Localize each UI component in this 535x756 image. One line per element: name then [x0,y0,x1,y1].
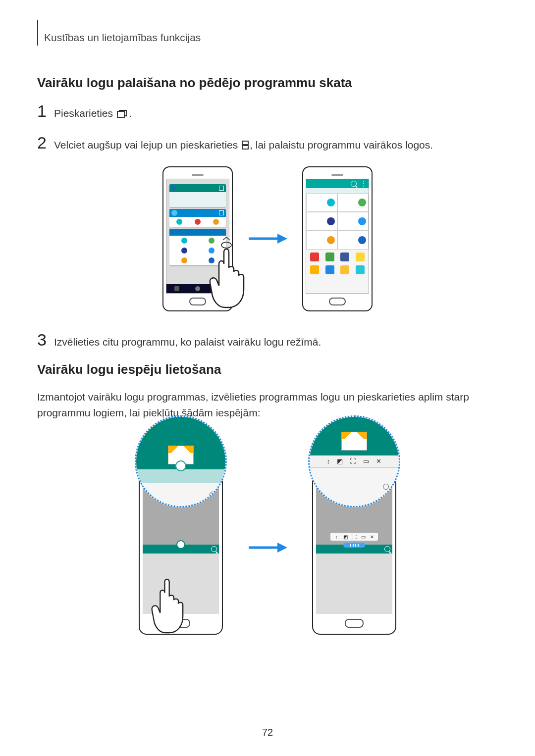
text-run: . [129,107,132,119]
drag-content-icon: ◩ [337,457,343,465]
section-heading-2: Vairāku logu iespēju lietošana [37,362,498,377]
page-number: 72 [0,727,535,738]
svg-marker-5 [277,234,287,244]
step-2: 2 Velciet augšup vai lejup un pieskariet… [37,134,498,153]
swap-icon: ↕ [333,534,339,540]
drag-content-icon: ◩ [342,534,348,540]
divider-handle-icon [176,540,185,549]
zoom-callout [135,415,227,507]
breadcrumb: Kustības un lietojamības funkcijas [44,32,201,44]
step-number: 2 [37,134,54,151]
step-text: Velciet augšup vai lejup un pieskarietie… [54,138,433,153]
figure-split-handle-toolbar: ↕ ◩ ⛶ ▭ ✕ ↕ ◩ ⛶ ▭ ✕ [312,435,396,635]
step-text: Pieskarieties . [54,106,132,121]
multiwindow-toolbar: ↕ ◩ ⛶ ▭ ✕ [330,533,378,541]
text-run: Pieskarieties [54,107,116,119]
recents-card [169,184,226,207]
close-icon: ✕ [376,457,381,465]
text-run: Velciet augšup vai lejup un pieskarietie… [54,139,241,151]
recent-apps-icon [117,107,128,121]
divider-handle-icon [175,460,186,471]
page-header: Kustības un lietojamības funkcijas [37,20,498,46]
recents-card-selected [169,229,226,265]
figure-phone-recents [162,166,233,311]
envelope-icon [341,432,367,451]
arrow-right-icon [248,541,287,554]
step-text: Izvēlieties citu programmu, ko palaist v… [54,335,321,349]
figure-split-handle-tap [139,435,223,635]
section-heading-1: Vairāku logu palaišana no pēdējo program… [37,75,498,91]
step-number: 3 [37,331,54,348]
arrow-right-icon [248,232,287,245]
minimize-icon: ▭ [363,457,369,465]
multiwindow-icon [242,139,249,153]
divider-handle-expanded [343,543,365,548]
step-number: 1 [37,102,54,119]
step-3: 3 Izvēlieties citu programmu, ko palaist… [37,331,498,349]
close-icon: ✕ [369,534,375,540]
figure-row-2: ↕ ◩ ⛶ ▭ ✕ ↕ ◩ ⛶ ▭ ✕ [37,435,498,635]
figure-row-1: ⋮ [37,166,498,311]
swap-icon: ↕ [327,457,330,465]
maximize-icon: ⛶ [351,534,357,540]
text-run: , lai palaistu programmu vairākos logos. [250,139,433,151]
maximize-icon: ⛶ [350,457,356,465]
step-1: 1 Pieskarieties . [37,102,498,121]
section-body: Izmantojot vairāku logu programmas, izvē… [37,389,498,420]
recents-card [169,209,226,227]
minimize-icon: ▭ [360,534,366,540]
zoom-callout: ↕ ◩ ⛶ ▭ ✕ [308,415,400,507]
svg-rect-0 [117,111,124,117]
svg-marker-7 [277,543,287,553]
svg-rect-1 [242,141,248,145]
svg-rect-2 [242,146,248,149]
figure-phone-multiwindow: ⋮ [302,166,373,311]
